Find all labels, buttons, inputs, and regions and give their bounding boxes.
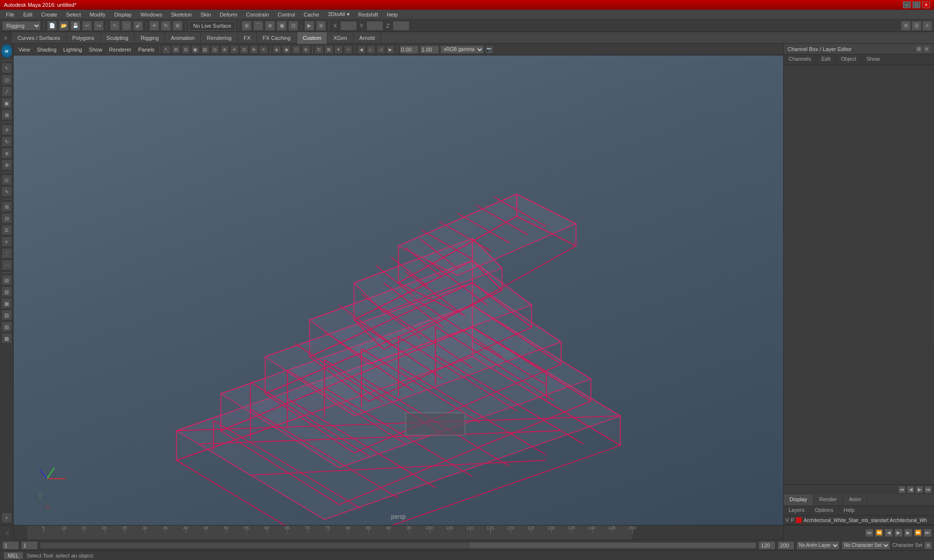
menu-deform[interactable]: Deform [216,11,241,18]
uv-tool[interactable]: ⊠ [1,109,12,120]
tab-rendering[interactable]: Rendering [201,32,238,44]
range-settings-btn[interactable]: ⚙ [924,542,932,549]
vp-camera-btn[interactable]: 📷 [485,45,494,54]
move-left-tool[interactable]: ✛ [1,124,12,135]
vp-btn-5[interactable]: ▤ [201,45,210,54]
menu-cache[interactable]: Cache [300,11,323,18]
vp-btn-21[interactable]: ▷ [367,45,376,54]
rp-nav-prev[interactable]: ◀ [907,486,915,493]
select-tool-btn[interactable]: ↖ [110,21,120,31]
tab-fx-caching[interactable]: FX Caching [257,32,297,44]
snap-surface-btn[interactable]: ▣ [277,21,287,31]
layer-tool-6[interactable]: ▩ [1,333,12,344]
render-btn[interactable]: ▶ [305,21,314,31]
open-scene-btn[interactable]: 📂 [59,21,69,31]
minimize-button[interactable]: ─ [903,1,911,8]
rigging-dropdown[interactable]: Rigging [2,21,41,31]
settings-btn-3[interactable]: ≡ [922,21,932,31]
menu-control[interactable]: Control [274,11,299,18]
menu-edit[interactable]: Edit [19,11,36,18]
range-current-input[interactable] [21,541,38,550]
vp-btn-14[interactable]: ☉ [292,45,301,54]
rp-tab-channels[interactable]: Channels [784,54,816,65]
layers-tab[interactable]: Layers [784,506,810,515]
vp-btn-23[interactable]: ▶ [386,45,395,54]
vp-btn-18[interactable]: ✦ [334,45,343,54]
vp-btn-1[interactable]: ↖ [162,45,171,54]
vp-btn-15[interactable]: ⊛ [302,45,310,54]
z-coord-input[interactable] [393,21,410,31]
menu-skeleton[interactable]: Skeleton [167,11,196,18]
vp-show-menu[interactable]: Show [86,46,106,53]
paint-tool[interactable]: ✎ [1,186,12,197]
extra-tool[interactable]: + [1,512,12,523]
play-forward-btn[interactable]: ▶ [894,528,903,537]
vp-btn-19[interactable]: ⊹ [344,45,353,54]
layer-tool-1[interactable]: ▤ [1,275,12,285]
snap-curve-btn[interactable]: ⌒ [253,21,263,31]
rp-tab-show[interactable]: Show [862,54,885,65]
rp-tab-object[interactable]: Object [836,54,862,65]
menu-display[interactable]: Display [110,11,136,18]
options-tab[interactable]: Options [810,506,839,515]
vp-lighting-menu[interactable]: Lighting [60,46,85,53]
snap-view-btn[interactable]: ⊡ [288,21,298,31]
vp-view-menu[interactable]: View [16,46,33,53]
anim-end-input[interactable] [777,541,794,550]
select-arrow-tool[interactable]: ↖ [1,63,12,73]
rp-close-btn[interactable]: ✕ [923,46,930,52]
vp-btn-22[interactable]: ◁ [377,45,385,54]
rp-tab-render[interactable]: Render [813,494,843,506]
menu-modify[interactable]: Modify [86,11,109,18]
maximize-button[interactable]: □ [913,1,920,8]
menu-file[interactable]: File [2,11,18,18]
rotate-left-tool[interactable]: ↻ [1,136,12,147]
rp-tab-edit[interactable]: Edit [816,54,836,65]
rp-nav-last[interactable]: ⏭ [924,486,932,493]
tab-sculpting[interactable]: Sculpting [101,32,135,44]
vp-value1-input[interactable] [399,45,419,54]
vp-btn-13[interactable]: ◉ [282,45,291,54]
menu-create[interactable]: Create [37,11,61,18]
vp-btn-17[interactable]: ⊠ [324,45,333,54]
rp-nav-next[interactable]: ▶ [916,486,923,493]
lasso-tool-btn[interactable]: ◌ [122,21,131,31]
vp-btn-12[interactable]: ◈ [272,45,281,54]
layer-tool-2[interactable]: ▥ [1,286,12,297]
range-slider[interactable] [40,542,756,549]
play-next-key-btn[interactable]: ⏩ [914,528,922,537]
play-last-frame-btn[interactable]: ⏭ [923,528,932,537]
layer-tool-3[interactable]: ▦ [1,298,12,309]
tab-custom[interactable]: Custom [297,32,328,44]
layer-tool-4[interactable]: ▧ [1,310,12,320]
vp-btn-9[interactable]: ⊡ [240,45,249,54]
vp-value2-input[interactable] [420,45,439,54]
paint-select-btn[interactable]: 🖌 [133,21,143,31]
snap-grid-btn[interactable]: ⊞ [242,21,251,31]
soft-select-tool[interactable]: ◎ [1,175,12,185]
display-tool-6[interactable]: ⋯ [1,260,12,270]
menu-windows[interactable]: Windows [137,11,166,18]
snap-point-btn[interactable]: ⊕ [265,21,275,31]
range-end-input[interactable] [758,541,775,550]
menu-redshift[interactable]: Redshift [355,11,382,18]
save-scene-btn[interactable]: 💾 [71,21,80,31]
tab-fx[interactable]: FX [238,32,257,44]
anim-layer-dropdown[interactable]: No Anim Layer [796,541,840,550]
vp-btn-6[interactable]: ◎ [211,45,219,54]
vertex-tool[interactable]: ⊡ [1,74,12,85]
rp-nav-first[interactable]: ⏮ [898,486,906,493]
display-tool-3[interactable]: ☰ [1,225,12,235]
script-editor-mode[interactable]: MEL [4,552,23,559]
layer-color-swatch[interactable] [796,517,802,523]
undo-btn[interactable]: ↩ [82,21,92,31]
vp-btn-4[interactable]: ▣ [191,45,200,54]
char-set-dropdown[interactable]: No Character Set [842,541,890,550]
vp-renderer-menu[interactable]: Renderer [106,46,134,53]
display-tool-1[interactable]: ⊞ [1,201,12,212]
menu-skin[interactable]: Skin [197,11,215,18]
play-next-frame-btn[interactable]: ▶ [904,528,913,537]
menu-help[interactable]: Help [383,11,402,18]
ipr-btn[interactable]: ⊛ [316,21,326,31]
tab-animation[interactable]: Animation [165,32,201,44]
